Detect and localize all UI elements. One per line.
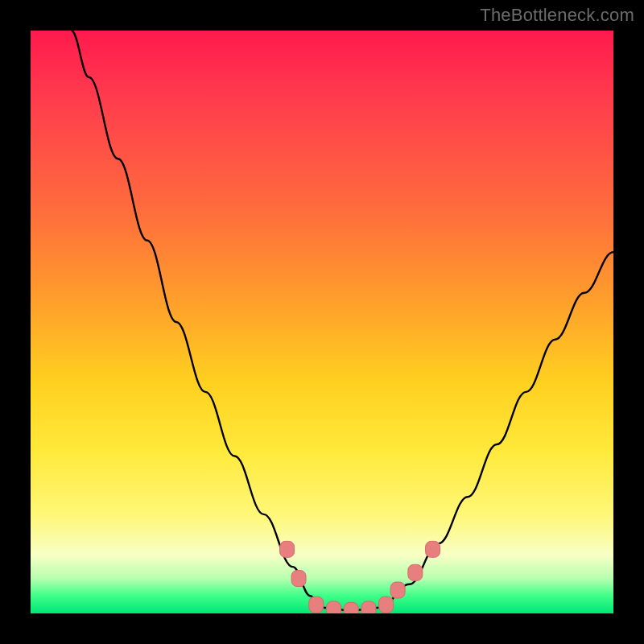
chart-frame: TheBottleneck.com [0, 0, 644, 644]
curve-marker [390, 582, 405, 598]
curve-marker [309, 597, 324, 613]
plot-area [31, 31, 613, 613]
curve-right-path [380, 252, 613, 608]
curve-marker [344, 602, 358, 613]
curve-left-path [72, 31, 322, 608]
curve-marker [426, 541, 440, 557]
curve-marker [291, 571, 306, 587]
watermark-text: TheBottleneck.com [480, 5, 634, 26]
curve-marker [379, 597, 394, 613]
curve-marker [408, 564, 423, 580]
marker-group [280, 541, 440, 613]
curve-marker [326, 601, 341, 613]
bottleneck-curve [31, 31, 613, 613]
curve-marker [280, 541, 295, 557]
curve-marker [361, 601, 376, 613]
